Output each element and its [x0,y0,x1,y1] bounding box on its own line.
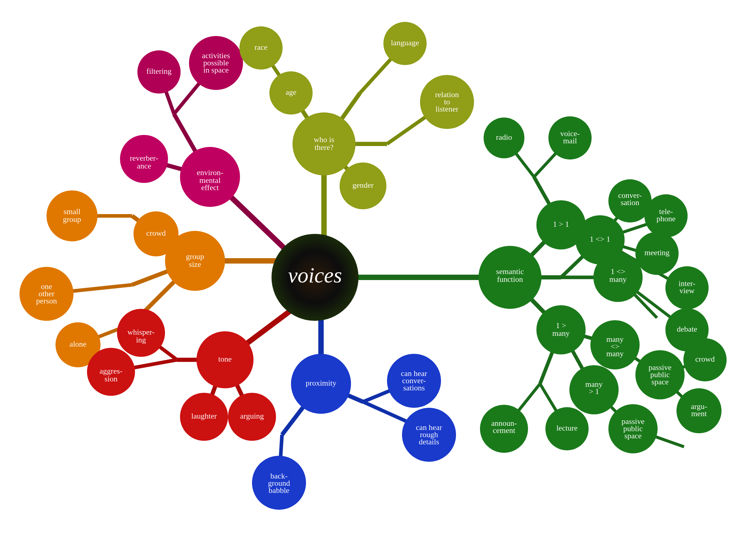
crowd-green-label: crowd [695,355,715,364]
race-label: race [254,43,267,52]
svg-text:babble: babble [269,486,289,495]
one-to-one-label: 1 > 1 [553,220,569,228]
svg-text:function: function [497,275,523,284]
center-label: voices [288,263,342,287]
svg-text:many: many [606,349,624,358]
svg-text:ance: ance [137,162,151,170]
aggression-label: aggres- [100,367,123,375]
filtering-label: filtering [147,67,171,76]
svg-text:many: many [609,275,627,284]
svg-text:in space: in space [203,66,229,74]
svg-text:phone: phone [656,214,676,223]
one-greater-many-label: 1 > [556,321,566,330]
svg-text:ment: ment [691,409,707,418]
env-effect-label: environ- [197,168,223,177]
crowd-orange-label: crowd [147,229,166,238]
svg-text:group: group [63,215,81,224]
gender-label: gender [353,181,374,189]
svg-text:space: space [624,431,642,440]
semantic-function-label: semantic [496,267,524,276]
whispering-label: whisper- [127,328,155,336]
group-size-label: group [186,252,204,261]
svg-text:mail: mail [563,136,577,145]
svg-text:sation: sation [621,198,639,207]
svg-text:space: space [651,378,669,386]
small-group-label: small [64,207,80,216]
alone-label: alone [70,340,86,348]
arguing-label: arguing [240,412,264,420]
svg-text:sion: sion [105,375,117,383]
svg-text:person: person [36,297,57,305]
svg-text:effect: effect [201,183,219,192]
svg-text:cement: cement [492,426,515,435]
proximity-label: proximity [306,379,336,387]
svg-text:sations: sations [403,383,425,392]
radio-label: radio [496,133,512,141]
svg-text:ing: ing [136,336,146,344]
debate-label: debate [677,325,697,333]
svg-text:many: many [552,329,570,338]
svg-text:there?: there? [314,143,333,152]
one-to-many-label: 1 <> [611,267,626,276]
svg-text:listener: listener [436,104,459,113]
meeting-label: meeting [644,248,670,257]
lecture-label: lecture [557,424,578,432]
svg-text:details: details [419,437,439,446]
svg-text:view: view [679,286,695,295]
who-is-there-label: who is [314,135,334,144]
language-label: language [391,38,419,47]
svg-text:> 1: > 1 [589,387,599,396]
svg-text:size: size [189,260,201,269]
tone-label: tone [218,355,232,364]
laughter-label: laughter [191,412,217,420]
one-bidirectional-one-label: 1 <> 1 [590,235,610,244]
age-label: age [286,88,296,96]
reverberance-label: reverber- [130,154,158,163]
